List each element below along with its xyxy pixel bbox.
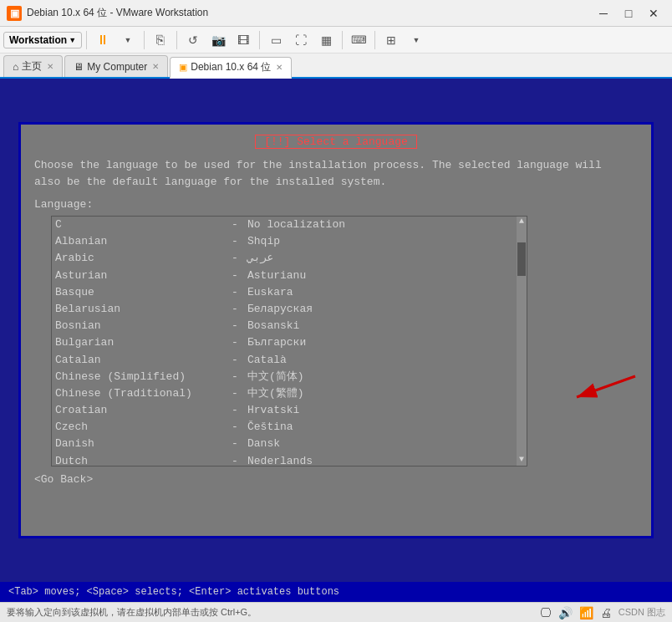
vm-bottom-icons: 🖵 🔊 📶 🖨 CSDN 图志 [540, 606, 665, 619]
lang-dash: - [222, 436, 247, 451]
lang-dash: - [222, 335, 247, 350]
brand-label: CSDN 图志 [619, 606, 665, 619]
lang-native: 中文(简体) [247, 370, 523, 385]
maximize-button[interactable]: □ [617, 4, 640, 23]
snapshot-restore-button[interactable]: ↺ [181, 29, 205, 51]
lang-item[interactable]: Albanian - Shqip [52, 233, 527, 250]
view-normal-button[interactable]: ▭ [264, 29, 288, 51]
toolbar-separator-1 [86, 31, 87, 49]
vm-screen[interactable]: [!!] Select a language Choose the langua… [18, 122, 654, 538]
lang-dash: - [222, 285, 247, 300]
snapshot-button[interactable]: 📷 [206, 29, 230, 51]
lang-item[interactable]: Dutch - Nederlands [52, 453, 527, 466]
language-list-container[interactable]: C - No localizationAlbanian - ShqipArabi… [51, 216, 527, 466]
snapshot-manager-button[interactable]: 🎞 [232, 29, 255, 51]
lang-dash: - [222, 454, 247, 466]
lang-native: Bosanski [247, 319, 523, 334]
lang-dash: - [222, 217, 247, 232]
lang-item[interactable]: Danish - Dansk [52, 436, 527, 452]
display-icon[interactable]: 🖵 [540, 606, 552, 619]
view-fullscreen-button[interactable]: ⛶ [289, 29, 313, 51]
lang-item[interactable]: Chinese (Traditional) - 中文(繁體) [52, 385, 527, 402]
lang-dash: - [222, 302, 247, 317]
lang-native: Български [247, 335, 523, 350]
scroll-up-arrow[interactable]: ▲ [519, 217, 524, 226]
scrollbar-thumb[interactable] [517, 242, 526, 276]
lang-item[interactable]: Basque - Euskara [52, 284, 527, 301]
titlebar: ▣ Debian 10.x 64 位 - VMware Workstation … [0, 0, 672, 27]
console-button[interactable]: ⌨ [347, 29, 370, 51]
lang-item[interactable]: Bulgarian - Български [52, 334, 527, 351]
home-tab-close[interactable]: ✕ [47, 62, 53, 71]
language-list[interactable]: C - No localizationAlbanian - ShqipArabi… [52, 217, 527, 466]
send-keys-button[interactable]: ⎘ [149, 29, 172, 51]
lang-item[interactable]: Belarusian - Беларуская [52, 301, 527, 318]
lang-name: Croatian [55, 403, 222, 418]
lang-native: Беларуская [247, 302, 523, 317]
vm-bottom-bar: 要将输入定向到该虚拟机，请在虚拟机内部单击或按 Ctrl+G。 🖵 🔊 📶 🖨 … [0, 602, 672, 622]
main-content: [!!] Select a language Choose the langua… [0, 79, 672, 622]
scrollbar[interactable]: ▲ ▼ [517, 217, 527, 466]
window-title: Debian 10.x 64 位 - VMware Workstation [27, 6, 592, 20]
lang-name: Arabic [55, 251, 222, 266]
pause-button[interactable]: ⏸ [91, 29, 115, 51]
view-unity-button[interactable]: ▦ [314, 29, 338, 51]
lang-dash: - [222, 403, 247, 418]
lang-dash: - [222, 386, 247, 401]
lang-item[interactable]: Arabic - عربي [52, 250, 527, 267]
app-icon: ▣ [7, 6, 22, 21]
language-label: Language: [34, 198, 638, 211]
lang-name: Catalan [55, 353, 222, 368]
screen-title: [!!] Select a language [255, 135, 417, 149]
home-tab-label: 主页 [22, 59, 42, 74]
lang-native: Shqip [247, 234, 523, 249]
lang-native: Nederlands [247, 454, 523, 466]
lang-name: Bulgarian [55, 335, 222, 350]
lang-item[interactable]: Catalan - Català [52, 352, 527, 369]
lang-dash: - [222, 353, 247, 368]
connect-dropdown[interactable]: ▼ [405, 29, 428, 51]
workstation-menu[interactable]: Workstation ▼ [3, 32, 82, 48]
lang-item[interactable]: Croatian - Hrvatski [52, 402, 527, 419]
lang-item[interactable]: C - No localization [52, 217, 527, 233]
go-back-button[interactable]: <Go Back> [34, 473, 638, 486]
printer-icon[interactable]: 🖨 [600, 606, 612, 619]
debian-tab-label: Debian 10.x 64 位 [191, 60, 271, 74]
lang-dash: - [222, 420, 247, 435]
vm-wrapper[interactable]: [!!] Select a language Choose the langua… [0, 79, 672, 582]
lang-dash: - [222, 268, 247, 283]
tab-home[interactable]: ⌂ 主页 ✕ [3, 55, 63, 77]
lang-name: Dutch [55, 454, 222, 466]
lang-name: Chinese (Traditional) [55, 386, 222, 401]
lang-name: Chinese (Simplified) [55, 370, 222, 385]
connect-button[interactable]: ⊞ [379, 29, 403, 51]
minimize-button[interactable]: ─ [592, 4, 615, 23]
lang-native: عربي [247, 251, 523, 266]
lang-item[interactable]: Bosnian - Bosanski [52, 318, 527, 334]
debian-status-bar: <Tab> moves; <Space> selects; <Enter> ac… [0, 582, 672, 602]
pause-dropdown[interactable]: ▼ [116, 29, 140, 51]
lang-name: Bosnian [55, 319, 222, 334]
lang-item[interactable]: Czech - Čeština [52, 419, 527, 436]
tab-mycomputer[interactable]: 🖥 My Computer ✕ [64, 55, 168, 77]
audio-icon[interactable]: 🔊 [558, 606, 573, 619]
tab-debian[interactable]: ▣ Debian 10.x 64 位 ✕ [170, 57, 292, 79]
close-button[interactable]: ✕ [642, 4, 665, 23]
lang-native: Euskara [247, 285, 523, 300]
screen-title-row: [!!] Select a language [34, 135, 638, 149]
lang-dash: - [222, 251, 247, 266]
scroll-down-arrow[interactable]: ▼ [519, 455, 524, 464]
status-bar-text: <Tab> moves; <Space> selects; <Enter> ac… [8, 586, 339, 598]
description: Choose the language to be used for the i… [34, 157, 638, 190]
lang-name: Asturian [55, 268, 222, 283]
mycomputer-tab-icon: 🖥 [74, 61, 84, 73]
debian-tab-close[interactable]: ✕ [276, 63, 283, 72]
lang-item[interactable]: Chinese (Simplified) - 中文(简体) [52, 369, 527, 385]
lang-name: Danish [55, 436, 222, 451]
mycomputer-tab-close[interactable]: ✕ [152, 62, 159, 71]
lang-name: Basque [55, 285, 222, 300]
lang-name: Albanian [55, 234, 222, 249]
lang-native: Hrvatski [247, 403, 523, 418]
lang-item[interactable]: Asturian - Asturianu [52, 268, 527, 284]
network-icon[interactable]: 📶 [579, 606, 593, 619]
